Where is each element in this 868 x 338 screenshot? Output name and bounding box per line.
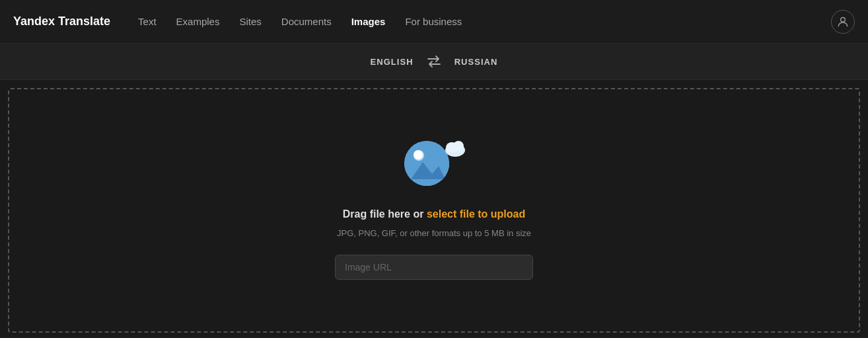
nav-documents[interactable]: Documents: [273, 11, 340, 32]
nav-for-business[interactable]: For business: [397, 11, 470, 32]
nav-links: Text Examples Sites Documents Images For…: [130, 11, 831, 32]
language-bar: ENGLISH RUSSIAN: [0, 44, 868, 80]
source-language[interactable]: ENGLISH: [371, 57, 414, 67]
select-file-link[interactable]: select file to upload: [427, 208, 525, 220]
upload-icon: [404, 141, 464, 194]
nav-sites[interactable]: Sites: [231, 11, 269, 32]
navbar: Yandex Translate Text Examples Sites Doc…: [0, 0, 868, 44]
user-avatar-button[interactable]: [831, 10, 855, 34]
svg-point-0: [841, 17, 846, 22]
nav-images[interactable]: Images: [344, 11, 394, 32]
swap-languages-button[interactable]: [427, 56, 441, 67]
drop-zone-wrapper: Drag file here or select file to upload …: [0, 80, 868, 338]
svg-point-6: [453, 141, 464, 151]
nav-examples[interactable]: Examples: [168, 11, 228, 32]
drop-zone[interactable]: Drag file here or select file to upload …: [8, 88, 860, 333]
format-info: JPG, PNG, GIF, or other formats up to 5 …: [337, 227, 531, 240]
brand-logo: Yandex Translate: [13, 15, 110, 28]
svg-point-2: [414, 150, 424, 161]
target-language[interactable]: RUSSIAN: [454, 57, 498, 67]
image-url-input[interactable]: [335, 255, 533, 280]
drag-text: Drag file here or select file to upload: [343, 208, 526, 220]
nav-text[interactable]: Text: [130, 11, 164, 32]
